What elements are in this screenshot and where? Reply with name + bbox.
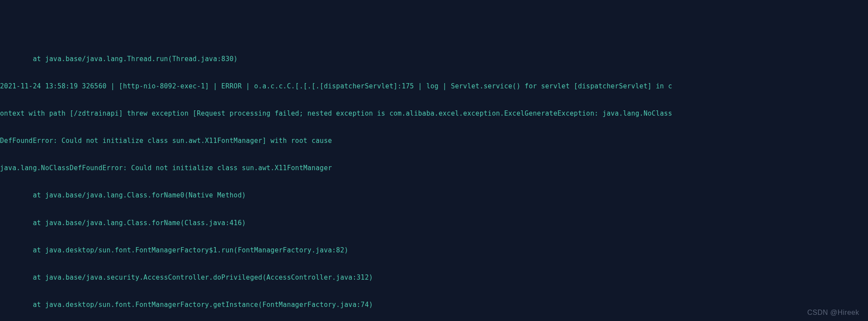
log-output: at java.base/java.lang.Thread.run(Thread… xyxy=(0,36,868,321)
watermark: CSDN @Hireek xyxy=(807,308,859,317)
log-line: java.lang.NoClassDefFoundError: Could no… xyxy=(0,164,868,173)
log-line: at java.desktop/sun.font.FontManagerFact… xyxy=(0,300,868,310)
log-line: at java.base/java.lang.Thread.run(Thread… xyxy=(0,55,868,64)
log-line: 2021-11-24 13:58:19 326560 | [http-nio-8… xyxy=(0,82,868,91)
log-line: at java.desktop/sun.font.FontManagerFact… xyxy=(0,246,868,255)
log-line: at java.base/java.lang.Class.forName(Cla… xyxy=(0,219,868,228)
log-line: ontext with path [/zdtrainapi] threw exc… xyxy=(0,109,868,118)
log-line: at java.base/java.lang.Class.forName0(Na… xyxy=(0,191,868,200)
log-line: at java.base/java.security.AccessControl… xyxy=(0,273,868,282)
log-line: DefFoundError: Could not initialize clas… xyxy=(0,136,868,146)
